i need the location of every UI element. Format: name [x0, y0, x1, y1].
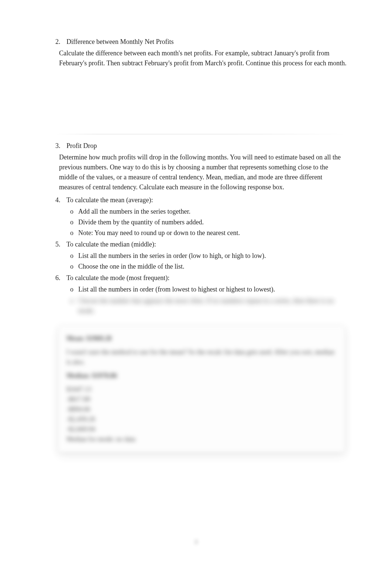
panel-mean-header: Mean: $1969.28: [66, 334, 337, 344]
list-marker: 6.: [55, 273, 66, 283]
list-item-5: 5. To calculate the median (middle): oLi…: [55, 239, 348, 272]
list-title: Difference between Monthly Net Profits: [66, 37, 348, 47]
panel-row: -$894.66: [66, 404, 337, 414]
panel-description: I wasn't sure the method to use for the …: [66, 347, 337, 367]
list-title: To calculate the median (middle):: [66, 239, 348, 249]
list-item-4: 4. To calculate the mean (average): oAdd…: [55, 195, 348, 238]
list-body: Determine how much profits will drop in …: [59, 152, 348, 192]
list-item-3: 3. Profit Drop Determine how much profit…: [55, 141, 348, 192]
bullet-text: List all the numbers in the series in or…: [78, 251, 348, 261]
panel-row: -$817.89: [66, 394, 337, 404]
document-page: 2. Difference between Monthly Net Profit…: [0, 0, 392, 576]
bullet-marker: o: [70, 228, 78, 238]
bullet-text: List all the numbers in order (from lowe…: [78, 284, 348, 294]
sublist: oList all the numbers in order (from low…: [70, 284, 348, 294]
page-number: 3: [0, 538, 392, 546]
bullet-text: Add all the numbers in the series togeth…: [78, 207, 348, 217]
bullet-text: Choose the number that appears the most …: [78, 296, 348, 316]
list-title: To calculate the mode (most frequent):: [66, 273, 348, 283]
panel-row: -$2,459.26: [66, 414, 337, 424]
list-marker: 5.: [55, 239, 66, 249]
list-marker: 4.: [55, 195, 66, 205]
list-marker: 2.: [55, 37, 66, 47]
panel-median-header: Median: $1978.86: [66, 371, 337, 381]
bullet-marker: o: [70, 207, 78, 217]
panel-row: $1647.13: [66, 384, 337, 394]
bullet-marker: o: [70, 296, 78, 316]
sublist: oList all the numbers in the series in o…: [70, 251, 348, 272]
panel-row: -$2,669.94: [66, 424, 337, 434]
list-title: To calculate the mean (average):: [66, 195, 348, 205]
bullet-marker: o: [70, 284, 78, 294]
panel-row: Median for mode: no data: [66, 434, 337, 444]
list-body: Calculate the difference between each mo…: [59, 48, 348, 68]
bullet-marker: o: [70, 251, 78, 261]
list-item-6: 6. To calculate the mode (most frequent)…: [55, 273, 348, 316]
sublist: oAdd all the numbers in the series toget…: [70, 207, 348, 238]
list-title: Profit Drop: [66, 141, 348, 151]
divider: [55, 134, 348, 134]
blurred-content: oChoose the number that appears the most…: [70, 296, 348, 316]
list-item-2: 2. Difference between Monthly Net Profit…: [55, 37, 348, 68]
response-box: Mean: $1969.28 I wasn't sure the method …: [58, 326, 345, 452]
bullet-marker: o: [70, 217, 78, 227]
bullet-text: Note: You may need to round up or down t…: [78, 228, 348, 238]
bullet-marker: o: [70, 262, 78, 272]
bullet-text: Choose the one in the middle of the list…: [78, 262, 348, 272]
bullet-text: Divide them by the quantity of numbers a…: [78, 217, 348, 227]
list-marker: 3.: [55, 141, 66, 151]
